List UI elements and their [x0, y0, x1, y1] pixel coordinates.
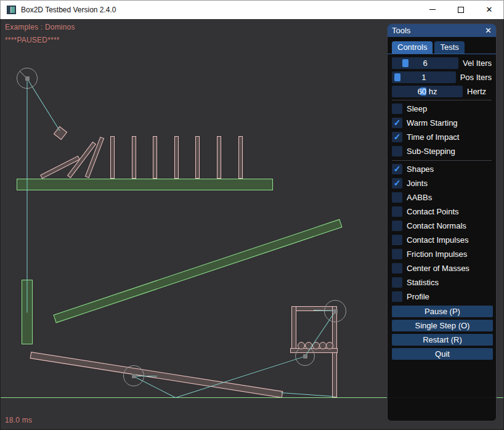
checkbox-row-center-of-masses[interactable]: Center of Masses: [392, 263, 492, 274]
checkbox-label: Friction Impulses: [407, 249, 467, 259]
checkbox-row-friction-impulses[interactable]: Friction Impulses: [392, 249, 492, 259]
tab-controls[interactable]: Controls: [392, 41, 433, 54]
slider-label: Pos Iters: [460, 73, 492, 82]
checkbox-row-shapes[interactable]: ✓Shapes: [392, 164, 492, 174]
quit-button[interactable]: Quit: [392, 348, 493, 360]
separator: [392, 100, 492, 100]
pendulum-rope-vertical: [27, 79, 28, 312]
checkbox-label: AABBs: [407, 193, 432, 202]
checkbox-row-joints[interactable]: ✓Joints: [392, 178, 492, 189]
checkbox-aabbs[interactable]: [392, 192, 402, 203]
slider-pos-iters[interactable]: 1: [392, 71, 456, 83]
tools-panel-title: Tools: [392, 26, 410, 35]
checkbox-label: Sleep: [407, 104, 427, 113]
standing-domino-3: [153, 136, 157, 179]
slider-vel-iters[interactable]: 6: [392, 57, 458, 69]
tab-bar: ControlsTests: [388, 41, 496, 54]
checkbox-row-contact-impulses[interactable]: Contact Impulses: [392, 235, 492, 245]
slider-hertz[interactable]: 60 hz: [392, 86, 463, 97]
slider-value: 60 hz: [392, 86, 463, 97]
checkbox-row-sub-stepping[interactable]: Sub-Stepping: [392, 146, 492, 156]
checkbox-joints[interactable]: ✓: [392, 178, 402, 189]
window-title: Box2D Testbed Version 2.4.0: [21, 6, 116, 14]
checkbox-row-warm-starting[interactable]: ✓Warm Starting: [392, 118, 492, 128]
checkbox-row-contact-points[interactable]: Contact Points: [392, 206, 492, 217]
paused-label: ****PAUSED****: [5, 36, 60, 44]
checkbox-label: Joints: [407, 179, 428, 188]
slider-value: 6: [392, 57, 458, 69]
maximize-button[interactable]: [447, 1, 475, 19]
frame-left-post: [291, 306, 296, 351]
checkbox-shapes[interactable]: ✓: [392, 164, 402, 174]
cradle-ball-5: [326, 342, 333, 349]
checkbox-sleep[interactable]: [392, 103, 402, 114]
checkbox-label: Contact Points: [407, 207, 459, 216]
checkbox-row-aabbs[interactable]: AABBs: [392, 192, 492, 203]
pendulum-anchor: [25, 76, 30, 81]
app-icon-glyph: [10, 7, 15, 13]
pendulum-rope-diagonal: [27, 78, 60, 131]
minimize-button[interactable]: [418, 1, 447, 19]
slider-row-hertz: 60 hzHertz: [392, 86, 492, 97]
maximize-icon: [458, 7, 464, 13]
checkbox-label: Contact Normals: [407, 221, 466, 230]
single-step-o-button[interactable]: Single Step (O): [392, 320, 493, 331]
checkbox-contact-impulses[interactable]: [392, 235, 402, 245]
pendulum-box: [54, 126, 67, 140]
checkbox-label: Time of Impact: [407, 132, 459, 142]
checkbox-row-sleep[interactable]: Sleep: [392, 103, 492, 114]
checkbox-label: Profile: [407, 292, 429, 301]
checkbox-label: Warm Starting: [407, 118, 458, 128]
checkbox-row-contact-normals[interactable]: Contact Normals: [392, 221, 492, 231]
seesaw-joint-line: [134, 376, 157, 376]
checkbox-label: Statistics: [407, 278, 439, 287]
checkbox-friction-impulses[interactable]: [392, 249, 402, 259]
slider-row-pos-iters: 1Pos Iters: [392, 71, 492, 83]
checkbox-label: Contact Impulses: [407, 235, 468, 245]
checkbox-warm-starting[interactable]: ✓: [392, 118, 402, 128]
checkbox-row-statistics[interactable]: Statistics: [392, 277, 492, 288]
minimize-icon: [429, 9, 436, 10]
frame-time-label: 18.0 ms: [5, 416, 32, 424]
checkbox-label: Shapes: [407, 164, 434, 174]
standing-domino-6: [217, 136, 221, 179]
separator: [392, 160, 492, 161]
checkbox-time-of-impact[interactable]: ✓: [392, 132, 402, 142]
panel-close-icon[interactable]: ✕: [485, 26, 492, 35]
checkbox-contact-points[interactable]: [392, 206, 402, 217]
tab-tests[interactable]: Tests: [434, 41, 464, 54]
slider-label: Vel Iters: [463, 59, 492, 68]
tools-panel-titlebar[interactable]: Tools ✕: [388, 24, 496, 37]
standing-domino-5: [195, 136, 200, 179]
checkbox-row-profile[interactable]: Profile: [392, 291, 492, 302]
checkbox-sub-stepping[interactable]: [392, 146, 402, 156]
pause-p-button[interactable]: Pause (P): [392, 306, 493, 317]
slider-value: 1: [392, 71, 456, 83]
standing-domino-4: [174, 136, 179, 179]
tools-panel: Tools ✕ ControlsTests 6Vel Iters1Pos Ite…: [387, 23, 497, 421]
checkbox-contact-normals[interactable]: [392, 221, 402, 231]
slider-row-vel-iters: 6Vel Iters: [392, 57, 492, 69]
slider-label: Hertz: [467, 87, 486, 96]
checkbox-label: Sub-Stepping: [407, 147, 455, 156]
cradle-lower-anchor: [303, 354, 307, 359]
checkbox-profile[interactable]: [392, 291, 402, 302]
app-icon: [7, 6, 16, 14]
window-controls: ✕: [418, 1, 503, 20]
standing-domino-7: [238, 136, 243, 179]
cradle-ball-1: [298, 342, 305, 349]
button-list: Pause (P)Single Step (O)Restart (R)Quit: [392, 306, 492, 360]
slider-list: 6Vel Iters1Pos Iters60 hzHertz: [392, 57, 492, 97]
restart-r-button[interactable]: Restart (R): [392, 334, 493, 346]
checkbox-row-time-of-impact[interactable]: ✓Time of Impact: [392, 132, 492, 142]
close-button[interactable]: ✕: [475, 1, 503, 19]
dominos-platform: [17, 179, 273, 190]
standing-domino-1: [110, 136, 115, 179]
checkbox-center-of-masses[interactable]: [392, 263, 402, 274]
checkbox-label: Center of Masses: [407, 264, 469, 273]
checkbox-statistics[interactable]: [392, 277, 402, 288]
panel-body: 6Vel Iters1Pos Iters60 hzHertz Sleep✓War…: [388, 54, 496, 360]
example-caption: Examples : Dominos: [5, 23, 75, 31]
cradle-upper-anchor: [333, 309, 338, 314]
standing-domino-2: [132, 136, 136, 179]
